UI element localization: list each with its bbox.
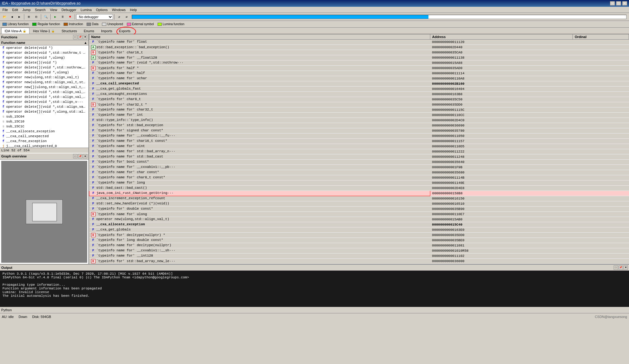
exports-row-31[interactable]: Fstd::set_new_handler(void (*)(void))000…: [89, 201, 629, 207]
graph-close-btn[interactable]: ✕: [83, 154, 87, 158]
close-button[interactable]: ✕: [622, 1, 627, 6]
run-button[interactable]: ▶: [52, 14, 59, 20]
menu-item-edit[interactable]: Edit: [10, 7, 20, 12]
exports-row-32[interactable]: F`typeinfo for' double const*00000000000…: [89, 207, 629, 212]
function-item-14[interactable]: ssub_15C04: [0, 114, 88, 119]
exports-row-14[interactable]: F`typeinfo name for' int00000000000110CC: [89, 113, 629, 118]
menu-item-options[interactable]: Options: [94, 7, 110, 12]
refresh-button[interactable]: ↺: [116, 14, 123, 20]
minimize-button[interactable]: −: [610, 1, 615, 6]
exports-row-20[interactable]: F`typeinfo name for' uint00000000000110D…: [89, 144, 629, 149]
panel-restore-btn[interactable]: □: [73, 35, 77, 39]
exports-row-37[interactable]: D`typeinfo for' decltype(nullptr) *00000…: [89, 233, 629, 238]
panel-close-btn[interactable]: ✕: [83, 35, 87, 39]
stop-button[interactable]: ■: [67, 14, 73, 20]
function-item-17[interactable]: f__cxa_allocate_exception: [0, 129, 88, 134]
paste-button[interactable]: ⊟: [33, 14, 40, 20]
graph-pin-btn[interactable]: 📌: [78, 154, 82, 158]
functions-list[interactable]: foperator delete(void *)foperator delete…: [0, 45, 88, 148]
exports-row-11[interactable]: F`typeinfo for' char8_t000000000035C50: [89, 97, 629, 102]
maximize-button[interactable]: □: [616, 1, 621, 6]
function-item-12[interactable]: foperator delete[](void *,std::align_val…: [0, 104, 88, 109]
exports-col-header-0[interactable]: Name: [89, 34, 430, 40]
menu-item-jump[interactable]: Jump: [21, 7, 33, 12]
output-restore-btn[interactable]: □: [614, 265, 618, 270]
exports-row-19[interactable]: F`typeinfo name for' char16_t const*0000…: [89, 139, 629, 144]
copy-button[interactable]: ⊞: [25, 14, 32, 20]
function-item-1[interactable]: foperator delete(void *,std::nothrow_t c…: [0, 50, 88, 55]
open-button[interactable]: 📂: [1, 14, 8, 20]
tab-ida-view-a[interactable]: IDA View-A🔒: [1, 28, 29, 34]
exports-row-3[interactable]: A`typeinfo name for' __float128000000000…: [89, 55, 629, 60]
exports-row-21[interactable]: F`typeinfo name for' std::bad_array_n···…: [89, 149, 629, 154]
exports-col-header-1[interactable]: Address: [430, 34, 573, 40]
output-pin-btn[interactable]: 📌: [619, 265, 623, 270]
exports-row-38[interactable]: F`typeinfo for' long double const*000000…: [89, 238, 629, 243]
function-item-20[interactable]: jj___cxa_call_unexpected_0: [0, 144, 88, 148]
exports-row-17[interactable]: F`typeinfo for' signed char const*000000…: [89, 128, 629, 134]
tab-imports[interactable]: Imports: [98, 28, 116, 34]
exports-row-13[interactable]: F`typeinfo name for' char32_t00000000000…: [89, 107, 629, 113]
menu-item-debugger[interactable]: Debugger: [60, 7, 78, 12]
function-item-10[interactable]: foperator delete(void *,std::align_val_t…: [0, 95, 88, 99]
function-item-16[interactable]: ssub_15C1C: [0, 124, 88, 129]
exports-row-36[interactable]: F__cxa_get_globals00000000000163E0: [89, 227, 629, 233]
exports-row-2[interactable]: D`typeinfo for' char16_t000000000035CA0: [89, 50, 629, 55]
exports-row-8[interactable]: F__cxa_call_unexpected000000000002B160: [89, 81, 629, 87]
back-button[interactable]: ◀: [9, 14, 15, 20]
function-item-19[interactable]: f__cxa_free_exception: [0, 139, 88, 144]
function-item-6[interactable]: foperator new(ulong,std::align_val_t): [0, 75, 88, 80]
menu-item-file[interactable]: File: [1, 7, 10, 12]
exports-row-29[interactable]: Fjava_com_ini_rust_CNative_getString···0…: [89, 191, 629, 196]
pause-button[interactable]: ⏸: [59, 14, 66, 20]
function-item-8[interactable]: foperator new[](ulong,std::align_val_t,s…: [0, 85, 88, 90]
menu-item-search[interactable]: Search: [33, 7, 48, 12]
function-item-2[interactable]: foperator delete(void *,ulong): [0, 55, 88, 60]
exports-row-42[interactable]: D`typeinfo for' std::bad_array_new_le···…: [89, 259, 629, 264]
exports-row-22[interactable]: F`typeinfo name for' std::bad_cast000000…: [89, 154, 629, 160]
tab-exports[interactable]: Exports: [116, 28, 134, 34]
sort-icon[interactable]: ▲: [84, 41, 87, 45]
exports-row-30[interactable]: F__cxa_increment_exception_refcount00000…: [89, 196, 629, 201]
function-item-9[interactable]: foperator delete(void *,std::align_val_t…: [0, 90, 88, 95]
exports-row-39[interactable]: F`typeinfo name for' decltype(nullptr)00…: [89, 243, 629, 248]
function-item-7[interactable]: foperator new(ulong,std::align_val_t,std…: [0, 80, 88, 85]
sync-button[interactable]: ⇄: [123, 14, 130, 20]
tab-hex-view--[interactable]: Hex View-1🔒: [29, 28, 58, 34]
exports-row-34[interactable]: Foperator new(ulong,std::align_val_t)000…: [89, 217, 629, 222]
menu-item-help[interactable]: Help: [128, 7, 139, 12]
exports-col-header-2[interactable]: Ordinal: [573, 34, 629, 40]
function-item-18[interactable]: f__cxa_call_unexpected: [0, 134, 88, 139]
menu-item-view[interactable]: View: [48, 7, 59, 12]
debugger-select[interactable]: No debugger: [76, 14, 113, 20]
tab-enums[interactable]: Enums: [80, 28, 98, 34]
output-close-btn[interactable]: ✕: [623, 265, 628, 270]
exports-row-4[interactable]: F`typeinfo name for' (void *,std::nothro…: [89, 60, 629, 66]
menu-item-windows[interactable]: Windows: [110, 7, 127, 12]
exports-row-28[interactable]: Fstd::bad_cast::bad_cast()000000000002D4…: [89, 186, 629, 191]
graph-restore-btn[interactable]: □: [73, 154, 77, 158]
exports-row-10[interactable]: F__cxa_uncaught_exceptions0000000000163B…: [89, 92, 629, 97]
exports-row-9[interactable]: F__cxa_get_globals_fast0000000000016404: [89, 87, 629, 92]
exports-row-16[interactable]: F`typeinfo for' std::bad_exception000000…: [89, 123, 629, 128]
exports-row-40[interactable]: F`typeinfo name for' __cxxabiv1::__sh···…: [89, 248, 629, 254]
function-item-13[interactable]: foperator delete[](void *,ulong,std::ali…: [0, 109, 88, 114]
exports-row-35[interactable]: F__cxa_allocate_exception000000000015C40: [89, 222, 629, 227]
exports-row-26[interactable]: F`typeinfo name for' char8_t const*00000…: [89, 175, 629, 180]
exports-row-6[interactable]: F`typeinfo name for' half000000000001111…: [89, 71, 629, 76]
tab-structures[interactable]: Structures: [58, 28, 80, 34]
exports-row-33[interactable]: D`typeinfo name for' ulong00000000000110…: [89, 212, 629, 217]
function-item-0[interactable]: foperator delete(void *): [0, 45, 88, 50]
exports-row-7[interactable]: F`typeinfo name for' uchar00000000000110…: [89, 76, 629, 81]
exports-row-15[interactable]: Fstd::type_info::`type_info()00000000000…: [89, 118, 629, 123]
forward-button[interactable]: ▶: [16, 14, 23, 20]
exports-row-12[interactable]: D`typeinfo for' char32_t *000000000035DD…: [89, 102, 629, 107]
function-item-5[interactable]: foperator delete[](void *,ulong): [0, 70, 88, 75]
menu-item-lumina[interactable]: Lumina: [79, 7, 93, 12]
function-item-15[interactable]: ssub_15C10: [0, 119, 88, 124]
panel-pin-btn[interactable]: 📌: [78, 35, 82, 39]
exports-scroll[interactable]: NameAddressOrdinalF`typeinfo name for' f…: [89, 34, 629, 264]
search-button[interactable]: 🔍: [42, 14, 49, 20]
exports-row-5[interactable]: D`typeinfo for' half *000000000035AD0: [89, 66, 629, 71]
exports-row-27[interactable]: F`typeinfo name for' long000000000001140…: [89, 180, 629, 186]
